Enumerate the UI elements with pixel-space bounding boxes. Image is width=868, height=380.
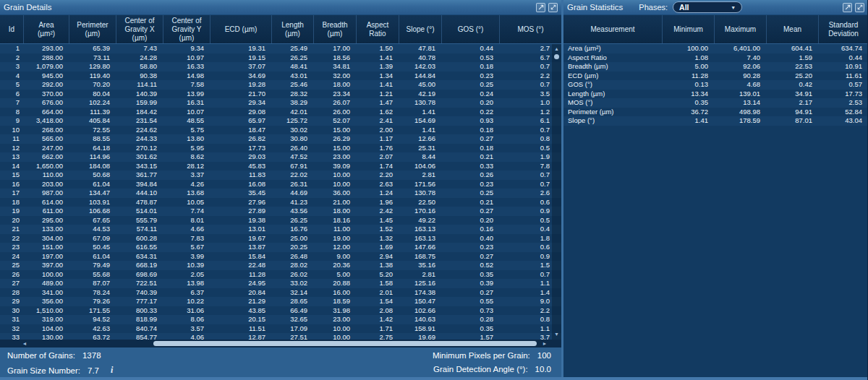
table-row[interactable]: 17987.00134.47444.1013.6835.4544.6936.00… bbox=[0, 189, 561, 198]
table-cell: 27.51 bbox=[271, 333, 313, 340]
table-row[interactable]: 2288.0073.1124.2810.9719.1526.2518.561.4… bbox=[0, 53, 561, 63]
table-row[interactable]: MOS (°)0.3513.142.172.53 bbox=[563, 98, 868, 108]
table-row[interactable]: 8664.00111.39184.4210.0729.0842.0126.001… bbox=[0, 108, 561, 117]
table-row[interactable]: 27489.0087.07722.5113.9824.9533.0220.881… bbox=[0, 279, 561, 288]
table-row[interactable]: Area (µm²)100.006,401.00604.41634.74 bbox=[563, 44, 868, 53]
table-row[interactable]: 29356.0079.26777.1710.2221.2928.6518.591… bbox=[0, 297, 561, 306]
vertical-scrollbar[interactable]: ▲ ▼ bbox=[552, 44, 561, 340]
table-row[interactable]: Slope (°)1.41178.5987.0143.04 bbox=[563, 116, 868, 126]
table-row[interactable]: 6370.0080.04140.3913.9921.7028.3223.341.… bbox=[0, 90, 561, 99]
table-row[interactable]: 31319.0094.52818.998.0620.1532.6523.001.… bbox=[0, 315, 561, 324]
table-row[interactable]: 13662.00114.96301.628.6229.0347.5223.002… bbox=[0, 152, 561, 162]
column-header-aspect-ratio[interactable]: Aspect Ratio bbox=[356, 15, 399, 43]
table-row[interactable]: 22304.0067.09600.287.8319.6725.0019.001.… bbox=[0, 234, 561, 243]
table-row[interactable]: Perimeter (µm)36.72498.9894.9152.84 bbox=[563, 108, 868, 117]
table-row[interactable]: 33130.0063.72854.774.0612.8727.5110.002.… bbox=[0, 333, 561, 340]
table-row[interactable]: 31,079.00129.8058.8016.3337.0748.4134.81… bbox=[0, 62, 561, 72]
popout-icon[interactable] bbox=[843, 3, 852, 12]
table-row[interactable]: 1293.0065.397.439.3419.3125.4917.001.504… bbox=[0, 44, 561, 53]
column-header-gos[interactable]: GOS (°) bbox=[441, 15, 499, 43]
table-cell: 3.99 bbox=[163, 252, 210, 262]
table-cell: 6,401.00 bbox=[714, 44, 766, 53]
table-cell: 611.00 bbox=[23, 207, 69, 216]
table-cell: 6.37 bbox=[163, 288, 210, 298]
number-of-grains-label: Number of Grains: bbox=[7, 351, 75, 360]
table-cell: 1.58 bbox=[356, 279, 399, 288]
maximize-icon[interactable] bbox=[548, 3, 558, 12]
table-cell: 30 bbox=[0, 306, 23, 316]
table-row[interactable]: 12247.0064.18270.125.9517.7326.4015.001.… bbox=[0, 144, 561, 153]
column-header-perimeter-m[interactable]: Perimeter (µm) bbox=[69, 15, 116, 43]
scroll-left-icon[interactable]: ◄ bbox=[20, 340, 29, 347]
horizontal-scrollbar[interactable]: ◄ ► bbox=[0, 340, 561, 347]
popout-icon[interactable] bbox=[536, 3, 545, 12]
column-header-measurement[interactable]: Measurement bbox=[563, 15, 662, 43]
table-row[interactable]: 21133.0044.53574.114.6613.0116.7611.001.… bbox=[0, 225, 561, 234]
table-row[interactable]: 4945.00119.4090.3814.9834.6943.0132.001.… bbox=[0, 72, 561, 81]
vertical-scroll-thumb[interactable] bbox=[554, 54, 559, 59]
table-row[interactable]: 26100.0055.68698.692.0511.2826.025.005.2… bbox=[0, 270, 561, 280]
table-cell: 20.25 bbox=[271, 243, 313, 252]
table-cell: 154.69 bbox=[399, 116, 441, 126]
column-header-slope[interactable]: Slope (°) bbox=[399, 15, 441, 43]
table-cell: 8 bbox=[0, 108, 23, 117]
table-cell: 268.00 bbox=[23, 126, 69, 135]
table-row[interactable]: 11565.0088.55244.3313.8026.8230.8026.291… bbox=[0, 134, 561, 144]
table-cell: 11.61 bbox=[818, 72, 868, 81]
scroll-right-icon[interactable]: ► bbox=[540, 340, 549, 347]
table-row[interactable]: 5292.0070.20114.117.5819.2825.4618.001.4… bbox=[0, 80, 561, 90]
table-cell: 50.45 bbox=[69, 243, 116, 252]
table-cell: 270.12 bbox=[116, 144, 163, 153]
table-row[interactable]: 15110.0050.68361.773.3711.8322.0210.002.… bbox=[0, 170, 561, 180]
column-header-mean[interactable]: Mean bbox=[766, 15, 818, 43]
scroll-down-icon[interactable]: ▼ bbox=[552, 330, 561, 338]
column-header-breadth-m[interactable]: Breadth (µm) bbox=[313, 15, 356, 43]
info-icon[interactable]: i bbox=[111, 365, 113, 376]
table-cell: 7 bbox=[0, 98, 23, 108]
table-row[interactable]: 28341.0078.24740.396.3720.8432.1416.002.… bbox=[0, 288, 561, 298]
table-row[interactable]: 24197.0061.04634.313.9915.8426.489.002.9… bbox=[0, 252, 561, 262]
table-row[interactable]: 32104.0042.63840.743.5711.5117.0910.001.… bbox=[0, 324, 561, 334]
column-header-mos[interactable]: MOS (°) bbox=[499, 15, 561, 43]
table-cell: 0.33 bbox=[441, 162, 499, 171]
table-row[interactable]: 16203.0061.04394.844.2616.0826.3110.002.… bbox=[0, 180, 561, 189]
phases-dropdown[interactable]: All ▼ bbox=[673, 1, 742, 13]
table-row[interactable]: 141,650.00184.08343.1528.1245.8367.9139.… bbox=[0, 162, 561, 171]
table-row[interactable]: 25397.0079.49668.1910.3922.4828.0220.361… bbox=[0, 261, 561, 270]
table-cell: 134.47 bbox=[69, 189, 116, 198]
table-row[interactable]: GOS (°)0.134.680.420.57 bbox=[563, 80, 868, 90]
column-header-center-of-gravity-x-m[interactable]: Center of Gravity X (µm) bbox=[116, 15, 163, 43]
table-cell: 2.41 bbox=[356, 116, 399, 126]
column-header-standard-deviation[interactable]: Standard Deviation bbox=[818, 15, 868, 43]
table-row[interactable]: 7676.00102.24159.9916.3129.3438.2926.071… bbox=[0, 98, 561, 108]
table-row[interactable]: ECD (µm)11.2890.2825.2011.61 bbox=[563, 72, 868, 81]
maximize-icon[interactable] bbox=[855, 3, 864, 12]
table-row[interactable]: 301,510.00171.55800.3331.0643.8566.4931.… bbox=[0, 306, 561, 316]
column-header-minimum[interactable]: Minimum bbox=[662, 15, 714, 43]
column-header-id[interactable]: Id bbox=[0, 15, 23, 43]
table-row[interactable]: 23151.0050.45616.555.6713.8720.2512.001.… bbox=[0, 243, 561, 252]
column-header-center-of-gravity-y-m[interactable]: Center of Gravity Y (µm) bbox=[163, 15, 210, 43]
table-cell: 104.00 bbox=[23, 324, 69, 334]
column-header-ecd-m[interactable]: ECD (µm) bbox=[210, 15, 271, 43]
scroll-up-icon[interactable]: ▲ bbox=[552, 45, 561, 53]
table-row[interactable]: Breadth (µm)5.0092.0622.5310.91 bbox=[563, 62, 868, 72]
table-row[interactable]: Length (µm)13.34139.0134.9117.73 bbox=[563, 90, 868, 99]
table-row[interactable]: 20295.0067.65555.798.0119.3826.2518.161.… bbox=[0, 216, 561, 225]
table-row[interactable]: Aspect Ratio1.087.401.590.44 bbox=[563, 53, 868, 63]
column-header-length-m[interactable]: Length (µm) bbox=[271, 15, 313, 43]
table-cell: 20.88 bbox=[313, 279, 356, 288]
grain-statistics-header-row: MeasurementMinimumMaximumMeanStandard De… bbox=[563, 15, 868, 44]
table-cell: 10.00 bbox=[313, 180, 356, 189]
table-cell: 0.22 bbox=[441, 108, 499, 117]
horizontal-scroll-thumb[interactable] bbox=[153, 341, 537, 346]
table-cell: 7.58 bbox=[163, 80, 210, 90]
table-row[interactable]: 93,418.00405.84231.5448.5565.97125.7252.… bbox=[0, 116, 561, 126]
table-row[interactable]: 19611.00106.68514.017.7427.8943.5618.002… bbox=[0, 207, 561, 216]
table-cell: 17.73 bbox=[210, 144, 271, 153]
table-row[interactable]: 18614.00103.91478.8710.0527.9641.2321.00… bbox=[0, 198, 561, 207]
column-header-area-m[interactable]: Area (µm²) bbox=[23, 15, 69, 43]
table-row[interactable]: 10268.0072.55224.625.7518.4730.0215.002.… bbox=[0, 126, 561, 135]
column-header-maximum[interactable]: Maximum bbox=[714, 15, 766, 43]
table-cell: 133.00 bbox=[23, 225, 69, 234]
